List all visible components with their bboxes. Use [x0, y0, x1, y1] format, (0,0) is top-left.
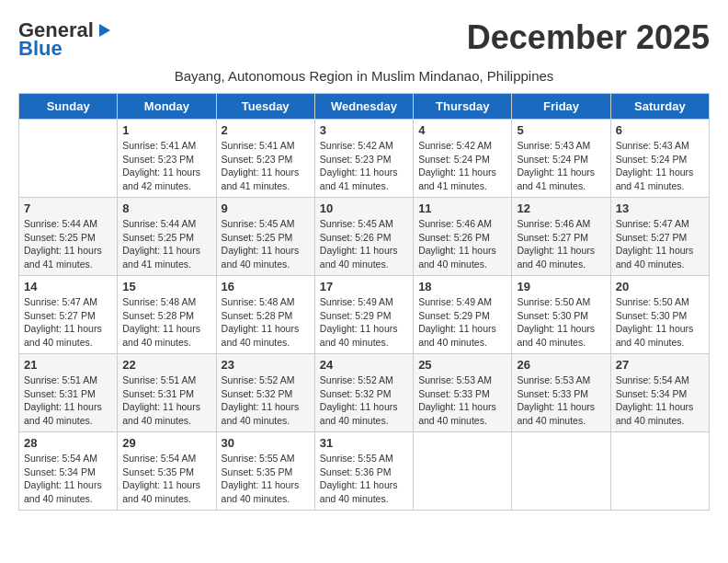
logo: General General Blue: [18, 18, 114, 61]
day-info: Sunrise: 5:51 AMSunset: 5:31 PMDaylight:…: [122, 373, 210, 428]
day-number: 6: [616, 123, 704, 137]
day-number: 14: [24, 280, 112, 293]
day-info: Sunrise: 5:55 AMSunset: 5:36 PMDaylight:…: [320, 452, 408, 506]
day-number: 2: [222, 123, 310, 137]
calendar-header-row: Sunday Monday Tuesday Wednesday Thursday…: [19, 94, 710, 120]
col-tuesday: Tuesday: [216, 94, 314, 120]
calendar-cell: 14Sunrise: 5:47 AMSunset: 5:27 PMDayligh…: [19, 276, 118, 354]
calendar-cell: 21Sunrise: 5:51 AMSunset: 5:31 PMDayligh…: [19, 354, 118, 432]
calendar-cell: [414, 432, 512, 511]
calendar-week-row: 14Sunrise: 5:47 AMSunset: 5:27 PMDayligh…: [19, 276, 710, 354]
calendar-cell: 25Sunrise: 5:53 AMSunset: 5:33 PMDayligh…: [414, 354, 512, 432]
day-number: 31: [320, 436, 408, 450]
calendar-cell: 9Sunrise: 5:45 AMSunset: 5:25 PMDaylight…: [216, 198, 314, 276]
day-info: Sunrise: 5:49 AMSunset: 5:29 PMDaylight:…: [418, 295, 506, 350]
calendar-cell: [19, 120, 118, 198]
svg-marker-2: [99, 24, 110, 37]
day-number: 9: [222, 201, 310, 215]
day-number: 11: [418, 201, 506, 215]
day-info: Sunrise: 5:46 AMSunset: 5:27 PMDaylight:…: [517, 217, 605, 271]
subtitle: Bayang, Autonomous Region in Muslim Mind…: [18, 68, 710, 84]
month-title: December 2025: [467, 18, 710, 57]
day-number: 17: [320, 280, 408, 293]
day-number: 3: [320, 123, 408, 137]
day-number: 30: [222, 436, 310, 450]
col-monday: Monday: [118, 94, 216, 120]
calendar-week-row: 21Sunrise: 5:51 AMSunset: 5:31 PMDayligh…: [19, 354, 710, 432]
calendar-cell: 19Sunrise: 5:50 AMSunset: 5:30 PMDayligh…: [512, 276, 610, 354]
calendar-cell: 17Sunrise: 5:49 AMSunset: 5:29 PMDayligh…: [314, 276, 413, 354]
day-info: Sunrise: 5:50 AMSunset: 5:30 PMDaylight:…: [616, 295, 704, 350]
calendar-cell: 6Sunrise: 5:43 AMSunset: 5:24 PMDaylight…: [610, 120, 709, 198]
day-number: 4: [418, 123, 506, 137]
day-number: 16: [222, 280, 310, 293]
calendar-cell: 13Sunrise: 5:47 AMSunset: 5:27 PMDayligh…: [610, 198, 709, 276]
day-number: 28: [24, 436, 112, 450]
day-info: Sunrise: 5:47 AMSunset: 5:27 PMDaylight:…: [616, 217, 704, 271]
calendar-table: Sunday Monday Tuesday Wednesday Thursday…: [18, 93, 710, 511]
calendar-week-row: 7Sunrise: 5:44 AMSunset: 5:25 PMDaylight…: [19, 198, 710, 276]
day-number: 21: [24, 358, 112, 372]
calendar-cell: 24Sunrise: 5:52 AMSunset: 5:32 PMDayligh…: [314, 354, 413, 432]
day-number: 10: [320, 201, 408, 215]
day-info: Sunrise: 5:41 AMSunset: 5:23 PMDaylight:…: [222, 139, 310, 193]
day-info: Sunrise: 5:49 AMSunset: 5:29 PMDaylight:…: [320, 295, 408, 350]
day-info: Sunrise: 5:45 AMSunset: 5:26 PMDaylight:…: [320, 217, 408, 271]
calendar-cell: 11Sunrise: 5:46 AMSunset: 5:26 PMDayligh…: [414, 198, 512, 276]
day-info: Sunrise: 5:53 AMSunset: 5:33 PMDaylight:…: [418, 373, 506, 428]
calendar-cell: 12Sunrise: 5:46 AMSunset: 5:27 PMDayligh…: [512, 198, 610, 276]
day-number: 19: [517, 280, 605, 293]
day-number: 23: [222, 358, 310, 372]
calendar-cell: 28Sunrise: 5:54 AMSunset: 5:34 PMDayligh…: [19, 432, 118, 511]
page-header: General General Blue December 2025: [18, 18, 710, 61]
day-number: 24: [320, 358, 408, 372]
day-info: Sunrise: 5:42 AMSunset: 5:23 PMDaylight:…: [320, 139, 408, 193]
logo-blue-text: Blue: [18, 37, 63, 61]
calendar-cell: 29Sunrise: 5:54 AMSunset: 5:35 PMDayligh…: [118, 432, 216, 511]
day-number: 26: [517, 358, 605, 372]
day-number: 1: [122, 123, 210, 137]
calendar-cell: 26Sunrise: 5:53 AMSunset: 5:33 PMDayligh…: [512, 354, 610, 432]
day-info: Sunrise: 5:48 AMSunset: 5:28 PMDaylight:…: [222, 295, 310, 350]
day-info: Sunrise: 5:51 AMSunset: 5:31 PMDaylight:…: [24, 373, 112, 428]
calendar-cell: 8Sunrise: 5:44 AMSunset: 5:25 PMDaylight…: [118, 198, 216, 276]
day-info: Sunrise: 5:44 AMSunset: 5:25 PMDaylight:…: [24, 217, 112, 271]
calendar-cell: 4Sunrise: 5:42 AMSunset: 5:24 PMDaylight…: [414, 120, 512, 198]
col-wednesday: Wednesday: [314, 94, 413, 120]
day-number: 15: [122, 280, 210, 293]
day-info: Sunrise: 5:41 AMSunset: 5:23 PMDaylight:…: [122, 139, 210, 193]
calendar-cell: [610, 432, 709, 511]
day-info: Sunrise: 5:54 AMSunset: 5:34 PMDaylight:…: [24, 452, 112, 506]
calendar-cell: 18Sunrise: 5:49 AMSunset: 5:29 PMDayligh…: [414, 276, 512, 354]
calendar-cell: 16Sunrise: 5:48 AMSunset: 5:28 PMDayligh…: [216, 276, 314, 354]
day-info: Sunrise: 5:54 AMSunset: 5:34 PMDaylight:…: [616, 373, 704, 428]
col-sunday: Sunday: [19, 94, 118, 120]
day-number: 22: [122, 358, 210, 372]
day-info: Sunrise: 5:45 AMSunset: 5:25 PMDaylight:…: [222, 217, 310, 271]
calendar-cell: 1Sunrise: 5:41 AMSunset: 5:23 PMDaylight…: [118, 120, 216, 198]
calendar-cell: 15Sunrise: 5:48 AMSunset: 5:28 PMDayligh…: [118, 276, 216, 354]
day-number: 8: [122, 201, 210, 215]
day-number: 18: [418, 280, 506, 293]
day-info: Sunrise: 5:52 AMSunset: 5:32 PMDaylight:…: [320, 373, 408, 428]
col-saturday: Saturday: [610, 94, 709, 120]
col-thursday: Thursday: [414, 94, 512, 120]
day-info: Sunrise: 5:43 AMSunset: 5:24 PMDaylight:…: [616, 139, 704, 193]
day-info: Sunrise: 5:42 AMSunset: 5:24 PMDaylight:…: [418, 139, 506, 193]
calendar-cell: 22Sunrise: 5:51 AMSunset: 5:31 PMDayligh…: [118, 354, 216, 432]
day-number: 27: [616, 358, 704, 372]
day-info: Sunrise: 5:55 AMSunset: 5:35 PMDaylight:…: [222, 452, 310, 506]
day-info: Sunrise: 5:43 AMSunset: 5:24 PMDaylight:…: [517, 139, 605, 193]
day-info: Sunrise: 5:44 AMSunset: 5:25 PMDaylight:…: [122, 217, 210, 271]
day-info: Sunrise: 5:48 AMSunset: 5:28 PMDaylight:…: [122, 295, 210, 350]
calendar-cell: [512, 432, 610, 511]
day-number: 7: [24, 201, 112, 215]
day-number: 25: [418, 358, 506, 372]
calendar-cell: 2Sunrise: 5:41 AMSunset: 5:23 PMDaylight…: [216, 120, 314, 198]
col-friday: Friday: [512, 94, 610, 120]
day-number: 13: [616, 201, 704, 215]
logo-arrow-icon: [94, 20, 114, 40]
calendar-cell: 23Sunrise: 5:52 AMSunset: 5:32 PMDayligh…: [216, 354, 314, 432]
day-number: 29: [122, 436, 210, 450]
calendar-week-row: 1Sunrise: 5:41 AMSunset: 5:23 PMDaylight…: [19, 120, 710, 198]
